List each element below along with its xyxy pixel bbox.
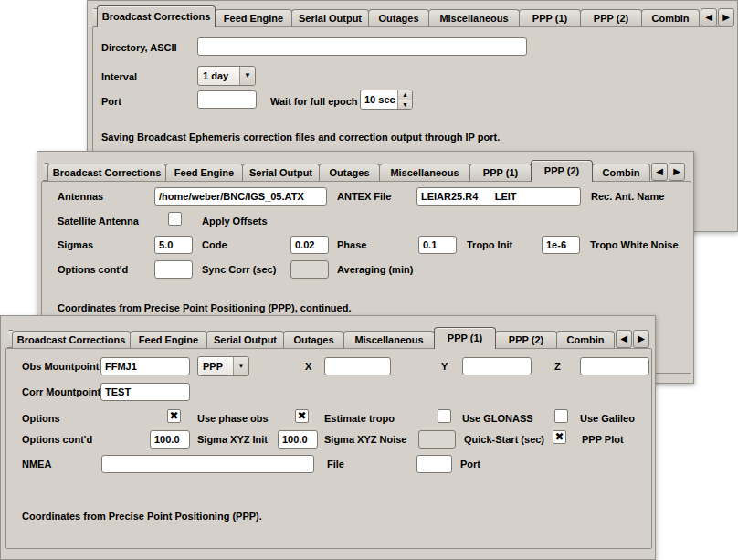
scroll-left-icon: ◀: [656, 166, 663, 176]
sigma-xyz-noise-label: Sigma XYZ Noise: [324, 434, 406, 445]
tropo-init-input[interactable]: [542, 236, 580, 254]
code-input[interactable]: [290, 236, 329, 254]
use-phase-obs-checkbox[interactable]: ✖: [167, 409, 181, 423]
tab-scroll-left-button[interactable]: ◀: [651, 163, 668, 181]
chevron-down-icon[interactable]: ▼: [239, 67, 255, 85]
use-galileo-label: Use Galileo: [580, 413, 635, 424]
tab-broadcast-corrections[interactable]: Broadcast Corrections: [97, 5, 216, 27]
y-input[interactable]: [462, 357, 532, 375]
tab-ppp-1[interactable]: PPP (1): [519, 9, 581, 26]
scroll-right-icon: ▶: [673, 166, 680, 176]
tab-combination[interactable]: Combin: [641, 9, 700, 26]
quick-start-label: Quick-Start (sec): [464, 434, 544, 445]
tab-scroll-right-button[interactable]: ▶: [669, 163, 685, 181]
spinner-buttons: ▲ ▼: [397, 90, 412, 109]
sync-corr-input: [290, 260, 329, 279]
ppp-plot-checkbox[interactable]: ✖: [553, 430, 566, 444]
port-label: Port: [101, 96, 121, 107]
quick-start-input: [418, 430, 456, 449]
spin-down-icon[interactable]: ▼: [398, 100, 412, 110]
tab-feed-engine[interactable]: Feed Engine: [130, 331, 207, 348]
obs-mountpoint-label: Obs Mountpoint: [22, 361, 99, 372]
scroll-right-icon: ▶: [722, 12, 730, 22]
directory-ascii-label: Directory, ASCII: [101, 42, 177, 53]
antex-file-input[interactable]: [416, 187, 581, 206]
tab-combination[interactable]: Combin: [592, 164, 650, 181]
tab-feed-engine[interactable]: Feed Engine: [165, 164, 243, 181]
phase-label: Phase: [337, 239, 366, 250]
wait-full-epoch-label: Wait for full epoch: [270, 96, 358, 107]
x-label: X: [305, 361, 311, 372]
z-label: Z: [554, 361, 561, 372]
corr-mountpoint-input[interactable]: [100, 383, 190, 401]
antennas-input[interactable]: [154, 187, 327, 206]
tab-feed-engine[interactable]: Feed Engine: [215, 9, 292, 26]
y-label: Y: [441, 361, 448, 372]
tab-scroll-left-button[interactable]: ◀: [616, 330, 632, 348]
chevron-down-icon[interactable]: ▼: [233, 357, 248, 375]
port-label: Port: [460, 459, 480, 470]
rec-ant-name-label: Rec. Ant. Name: [591, 191, 664, 202]
tab-ppp-2[interactable]: PPP (2): [531, 160, 593, 182]
code-label: Code: [202, 239, 227, 250]
scroll-left-icon: ◀: [705, 12, 712, 22]
tab-outages[interactable]: Outages: [319, 164, 380, 181]
interval-label: Interval: [101, 71, 137, 82]
tab-broadcast-corrections[interactable]: Broadcast Corrections: [47, 164, 166, 181]
tab-broadcast-corrections[interactable]: Broadcast Corrections: [12, 331, 131, 348]
apply-offsets-checkbox[interactable]: [168, 212, 182, 226]
tab-scroll-right-button[interactable]: ▶: [718, 8, 734, 26]
estimate-tropo-label: Estimate tropo: [324, 413, 395, 424]
tab-ppp-1[interactable]: PPP (1): [469, 164, 532, 181]
sigmas-label: Sigmas: [58, 239, 93, 250]
ppp-mode-select[interactable]: PPP ▼: [197, 356, 249, 376]
interval-select[interactable]: 1 day ▼: [197, 66, 256, 86]
tab-combination[interactable]: Combin: [556, 331, 615, 348]
sigmas-input[interactable]: [154, 236, 193, 254]
interval-value: 1 day: [198, 67, 239, 85]
tab-outages[interactable]: Outages: [368, 9, 429, 26]
antennas-label: Antennas: [58, 191, 103, 202]
use-galileo-checkbox[interactable]: [554, 409, 568, 423]
scroll-left-icon: ◀: [620, 333, 627, 343]
z-input[interactable]: [580, 357, 649, 375]
wait-epoch-spinner[interactable]: 10 sec ▲ ▼: [360, 90, 413, 110]
options-label: Options: [22, 413, 60, 424]
sigma-xyz-init-input[interactable]: [278, 430, 318, 449]
tab-serial-output[interactable]: Serial Output: [242, 164, 320, 181]
port-input[interactable]: [197, 90, 257, 109]
nmea-label: NMEA: [22, 459, 51, 470]
tab-miscellaneous[interactable]: Miscellaneous: [428, 9, 520, 26]
estimate-tropo-checkbox[interactable]: ✖: [295, 409, 309, 423]
x-input[interactable]: [324, 357, 391, 375]
tropo-init-label: Tropo Init: [467, 239, 512, 250]
tab-ppp-1[interactable]: PPP (1): [434, 327, 496, 349]
directory-ascii-input[interactable]: [197, 37, 527, 56]
tab-ppp-2[interactable]: PPP (2): [495, 331, 557, 348]
ppp-mode-value: PPP: [198, 357, 233, 375]
obs-mountpoint-input[interactable]: [100, 357, 190, 375]
tab-serial-output[interactable]: Serial Output: [291, 9, 369, 26]
sigma-xyz-init-label: Sigma XYZ Init: [197, 434, 268, 445]
use-glonass-checkbox[interactable]: [438, 409, 451, 423]
ppp-plot-label: PPP Plot: [582, 434, 624, 445]
nmea-port-input[interactable]: [416, 455, 452, 473]
antex-file-label: ANTEX File: [337, 191, 391, 202]
tab-outages[interactable]: Outages: [283, 331, 344, 348]
tab-serial-output[interactable]: Serial Output: [206, 331, 284, 348]
tab-ppp-2[interactable]: PPP (2): [580, 9, 642, 26]
tab-scroll-right-button[interactable]: ▶: [633, 330, 649, 348]
use-phase-obs-label: Use phase obs: [197, 413, 269, 424]
tab-scroll-left-button[interactable]: ◀: [701, 8, 717, 26]
options-contd-input[interactable]: [150, 430, 190, 449]
tab-miscellaneous[interactable]: Miscellaneous: [343, 331, 435, 348]
phase-input[interactable]: [418, 236, 457, 254]
tab-bar: Broadcast Corrections Feed Engine Serial…: [41, 160, 685, 181]
nmea-file-input[interactable]: [101, 455, 314, 473]
options-contd-label: Options cont'd: [22, 434, 92, 445]
window-ppp-1: Broadcast Corrections Feed Engine Serial…: [0, 315, 656, 560]
spin-up-icon[interactable]: ▲: [398, 90, 412, 100]
options-contd-input[interactable]: [154, 260, 193, 279]
tab-miscellaneous[interactable]: Miscellaneous: [379, 164, 470, 181]
tab-bar: Broadcast Corrections Feed Engine Serial…: [90, 5, 734, 26]
